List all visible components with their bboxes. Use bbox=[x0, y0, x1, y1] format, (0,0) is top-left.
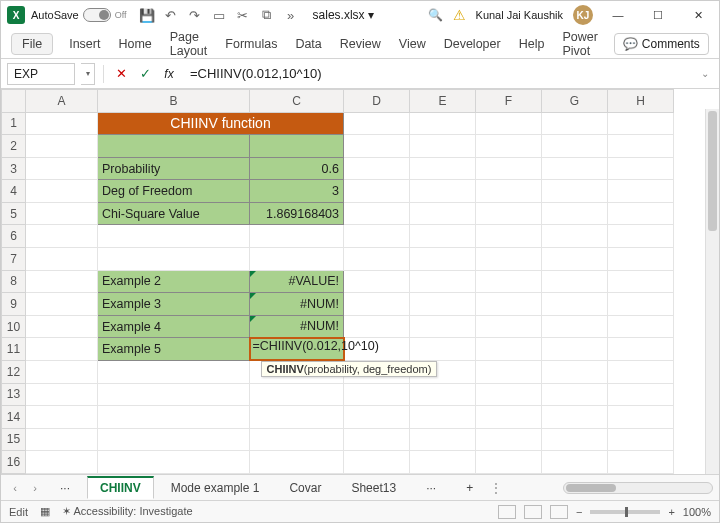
col-header[interactable]: D bbox=[344, 90, 410, 113]
col-header[interactable]: G bbox=[542, 90, 608, 113]
name-box-dropdown-icon[interactable]: ▾ bbox=[81, 63, 95, 85]
col-header[interactable]: F bbox=[476, 90, 542, 113]
tab-help[interactable]: Help bbox=[517, 33, 547, 55]
accessibility-status[interactable]: ✶ Accessibility: Investigate bbox=[62, 505, 193, 518]
row-header[interactable]: 11 bbox=[2, 338, 26, 361]
sheet-tab-overflow[interactable]: ··· bbox=[413, 477, 449, 499]
stats-icon[interactable]: ▦ bbox=[40, 505, 50, 518]
spreadsheet-grid[interactable]: A B C D E F G H 1CHIINV function 2 3Prob… bbox=[1, 89, 719, 474]
zoom-slider[interactable] bbox=[590, 510, 660, 514]
zoom-level[interactable]: 100% bbox=[683, 506, 711, 518]
row-header[interactable]: 3 bbox=[2, 157, 26, 180]
sheet-options-icon[interactable]: ⋮ bbox=[490, 481, 502, 495]
cancel-icon[interactable]: ✕ bbox=[112, 65, 130, 83]
row-header[interactable]: 8 bbox=[2, 270, 26, 293]
row-header[interactable]: 10 bbox=[2, 315, 26, 338]
fx-icon[interactable]: fx bbox=[160, 65, 178, 83]
row-header[interactable]: 5 bbox=[2, 202, 26, 225]
col-header[interactable]: H bbox=[608, 90, 674, 113]
active-cell[interactable]: =CHIINV(0.012,10^10) CHIINV(probability,… bbox=[250, 338, 344, 361]
row-header[interactable]: 2 bbox=[2, 135, 26, 158]
tab-view[interactable]: View bbox=[397, 33, 428, 55]
row-header[interactable]: 1 bbox=[2, 112, 26, 135]
row-header[interactable]: 9 bbox=[2, 293, 26, 316]
cell[interactable]: #NUM! bbox=[250, 315, 344, 338]
vertical-scrollbar[interactable] bbox=[705, 109, 719, 474]
cell[interactable]: Chi-Square Value bbox=[98, 202, 250, 225]
row-header[interactable]: 14 bbox=[2, 406, 26, 429]
cut-icon[interactable]: ✂ bbox=[235, 7, 251, 23]
formula-input[interactable]: =CHIINV(0.012,10^10) bbox=[184, 66, 691, 81]
page-layout-view-icon[interactable] bbox=[524, 505, 542, 519]
expand-formula-icon[interactable]: ⌄ bbox=[697, 68, 713, 79]
sheet-tab-active[interactable]: CHIINV bbox=[87, 476, 154, 499]
select-all-corner[interactable] bbox=[2, 90, 26, 113]
cell[interactable]: Deg of Freedom bbox=[98, 180, 250, 203]
sheet-tab-more[interactable]: ··· bbox=[47, 477, 83, 499]
cell[interactable]: Example 4 bbox=[98, 315, 250, 338]
col-header[interactable]: C bbox=[250, 90, 344, 113]
close-icon[interactable]: ✕ bbox=[683, 5, 713, 25]
zoom-in-icon[interactable]: + bbox=[668, 506, 674, 518]
sheet-tab[interactable]: Covar bbox=[276, 477, 334, 499]
row-header[interactable]: 12 bbox=[2, 360, 26, 383]
maximize-icon[interactable]: ☐ bbox=[643, 5, 673, 25]
row-header[interactable]: 16 bbox=[2, 451, 26, 474]
cell[interactable]: CHIINV function bbox=[98, 112, 344, 135]
sheet-nav-prev-icon[interactable]: ‹ bbox=[7, 482, 23, 494]
search-icon[interactable]: 🔍 bbox=[428, 8, 443, 22]
tab-insert[interactable]: Insert bbox=[67, 33, 102, 55]
tab-home[interactable]: Home bbox=[116, 33, 153, 55]
user-name[interactable]: Kunal Jai Kaushik bbox=[476, 9, 563, 21]
cell[interactable] bbox=[98, 135, 250, 158]
cell[interactable]: 3 bbox=[250, 180, 344, 203]
enter-icon[interactable]: ✓ bbox=[136, 65, 154, 83]
col-header[interactable]: B bbox=[98, 90, 250, 113]
name-box[interactable]: EXP bbox=[7, 63, 75, 85]
col-header[interactable]: A bbox=[26, 90, 98, 113]
minimize-icon[interactable]: — bbox=[603, 5, 633, 25]
tab-file[interactable]: File bbox=[11, 33, 53, 55]
function-tooltip[interactable]: CHIINV(probability, deg_freedom) bbox=[261, 361, 438, 377]
row-header[interactable]: 4 bbox=[2, 180, 26, 203]
filename[interactable]: sales.xlsx ▾ bbox=[313, 8, 374, 22]
touch-icon[interactable]: ▭ bbox=[211, 7, 227, 23]
cell[interactable]: Example 2 bbox=[98, 270, 250, 293]
sheet-nav-next-icon[interactable]: › bbox=[27, 482, 43, 494]
cell[interactable]: Example 3 bbox=[98, 293, 250, 316]
cell[interactable]: Example 5 bbox=[98, 338, 250, 361]
zoom-out-icon[interactable]: − bbox=[576, 506, 582, 518]
horizontal-scrollbar[interactable] bbox=[563, 482, 713, 494]
copy-icon[interactable]: ⧉ bbox=[259, 7, 275, 23]
user-avatar[interactable]: KJ bbox=[573, 5, 593, 25]
comments-button[interactable]: 💬 Comments bbox=[614, 33, 709, 55]
toggle-off-icon[interactable] bbox=[83, 8, 111, 22]
sheet-tab[interactable]: Sheet13 bbox=[338, 477, 409, 499]
cell[interactable]: 0.6 bbox=[250, 157, 344, 180]
more-icon[interactable]: » bbox=[283, 7, 299, 23]
cell[interactable]: 1.869168403 bbox=[250, 202, 344, 225]
tab-data[interactable]: Data bbox=[293, 33, 323, 55]
cell[interactable]: Probability bbox=[98, 157, 250, 180]
row-header[interactable]: 15 bbox=[2, 428, 26, 451]
cell[interactable]: #NUM! bbox=[250, 293, 344, 316]
sheet-tab[interactable]: Mode example 1 bbox=[158, 477, 273, 499]
page-break-view-icon[interactable] bbox=[550, 505, 568, 519]
autosave-toggle[interactable]: AutoSave Off bbox=[31, 8, 127, 22]
save-icon[interactable]: 💾 bbox=[139, 7, 155, 23]
tab-developer[interactable]: Developer bbox=[442, 33, 503, 55]
row-header[interactable]: 7 bbox=[2, 248, 26, 271]
warning-icon[interactable]: ⚠ bbox=[453, 7, 466, 23]
undo-icon[interactable]: ↶ bbox=[163, 7, 179, 23]
tab-formulas[interactable]: Formulas bbox=[223, 33, 279, 55]
cell[interactable] bbox=[250, 135, 344, 158]
normal-view-icon[interactable] bbox=[498, 505, 516, 519]
tab-power-pivot[interactable]: Power Pivot bbox=[560, 26, 599, 62]
tab-page-layout[interactable]: Page Layout bbox=[168, 26, 210, 62]
tab-review[interactable]: Review bbox=[338, 33, 383, 55]
redo-icon[interactable]: ↷ bbox=[187, 7, 203, 23]
row-header[interactable]: 6 bbox=[2, 225, 26, 248]
row-header[interactable]: 13 bbox=[2, 383, 26, 406]
cell[interactable]: #VALUE! bbox=[250, 270, 344, 293]
col-header[interactable]: E bbox=[410, 90, 476, 113]
